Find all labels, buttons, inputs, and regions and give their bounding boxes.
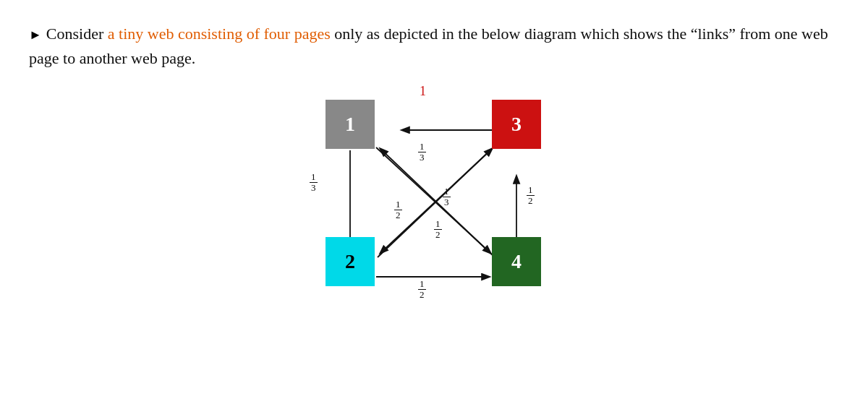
frac-1-2-bottom: 1 2 [418,279,426,301]
frac-1-3-center-top: 1 3 [418,142,426,163]
node-4: 4 [492,237,541,286]
text-prefix: Consider [46,25,108,43]
bullet-arrow: ► [29,27,42,42]
node-3: 3 [492,100,541,149]
main-text: ►Consider a tiny web consisting of four … [29,22,839,71]
page-container: ►Consider a tiny web consisting of four … [0,0,868,417]
top-label: 1 [420,84,426,99]
node-2: 2 [326,237,375,286]
text-highlight: a tiny web consisting of four pages [108,25,331,43]
frac-1-3-center: 1 3 [443,186,451,208]
frac-1-3-left: 1 3 [310,172,318,194]
frac-1-2-right: 1 2 [527,185,535,207]
frac-1-2-diag-left: 1 2 [394,199,402,221]
node-1: 1 [326,100,375,149]
frac-1-2-center: 1 2 [434,219,442,241]
diagram-area: 1 2 3 4 1 1 3 1 2 1 3 1 3 1 2 [282,78,586,309]
